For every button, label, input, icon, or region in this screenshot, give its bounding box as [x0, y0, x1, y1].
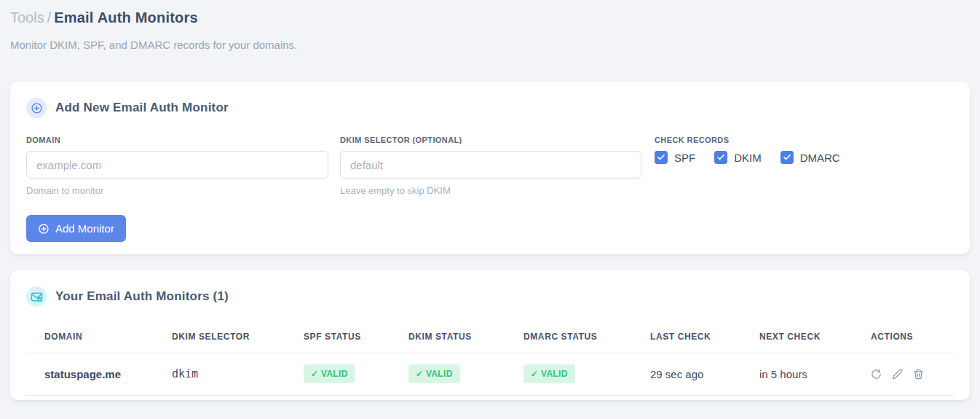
add-monitor-button-label: Add Monitor	[55, 222, 114, 235]
table-row: statuspage.me dkim ✓ VALID ✓ VALID ✓ VAL…	[26, 353, 954, 396]
monitor-last-check: 29 sec ago	[632, 353, 741, 396]
page-subtitle: Monitor DKIM, SPF, and DMARC records for…	[10, 39, 970, 51]
page-title: Email Auth Monitors	[54, 9, 198, 26]
monitor-next-check: in 5 hours	[741, 353, 853, 396]
add-monitor-card-header: Add New Email Auth Monitor	[26, 98, 954, 118]
monitors-list-card-header: Your Email Auth Monitors (1)	[26, 286, 954, 307]
dkim-selector-field-hint: Leave empty to skip DKIM	[340, 185, 641, 196]
monitor-domain: statuspage.me	[26, 353, 154, 396]
trash-icon	[913, 369, 924, 380]
add-monitor-form: DOMAIN Domain to monitor DKIM SELECTOR (…	[26, 136, 954, 196]
add-monitor-button[interactable]: Add Monitor	[26, 215, 126, 242]
spf-checkbox[interactable]: SPF	[655, 151, 695, 164]
check-records-options: SPF DKIM DMARC	[655, 151, 954, 164]
table-header-row: DOMAIN DKIM SELECTOR SPF STATUS DKIM STA…	[26, 321, 954, 353]
column-header-last-check: LAST CHECK	[632, 321, 741, 353]
spf-checkbox-check-icon	[655, 151, 668, 164]
column-header-spf-status: SPF STATUS	[285, 321, 390, 353]
email-check-icon	[26, 286, 47, 307]
dkim-checkbox-label: DKIM	[734, 152, 762, 164]
column-header-dkim-status: DKIM STATUS	[390, 321, 505, 353]
check-records-label: CHECK RECORDS	[655, 136, 954, 144]
check-records-group: CHECK RECORDS SPF DKIM	[655, 136, 954, 196]
refresh-icon	[871, 369, 882, 380]
domain-field-hint: Domain to monitor	[26, 185, 328, 196]
monitors-list-card: Your Email Auth Monitors (1) DOMAIN DKIM…	[10, 270, 970, 400]
dkim-selector-input[interactable]	[340, 151, 641, 179]
dkim-status-badge: ✓ VALID	[408, 364, 460, 383]
domain-input[interactable]	[26, 151, 328, 179]
add-monitor-card: Add New Email Auth Monitor DOMAIN Domain…	[10, 82, 970, 254]
column-header-dkim-selector: DKIM SELECTOR	[154, 321, 285, 353]
dkim-checkbox[interactable]: DKIM	[714, 151, 762, 164]
email-auth-monitors-page: Tools/Email Auth Monitors Monitor DKIM, …	[0, 0, 980, 400]
row-actions	[871, 369, 954, 380]
edit-button[interactable]	[892, 369, 903, 380]
monitor-dkim-selector: dkim	[154, 353, 285, 396]
monitors-table: DOMAIN DKIM SELECTOR SPF STATUS DKIM STA…	[26, 321, 954, 396]
column-header-domain: DOMAIN	[26, 321, 154, 353]
breadcrumb-separator: /	[44, 9, 55, 26]
dmarc-status-badge: ✓ VALID	[523, 364, 575, 383]
spf-status-badge: ✓ VALID	[304, 364, 355, 383]
column-header-dmarc-status: DMARC STATUS	[505, 321, 632, 353]
dkim-checkbox-check-icon	[714, 151, 727, 164]
refresh-button[interactable]	[871, 369, 882, 380]
column-header-actions: ACTIONS	[853, 321, 954, 353]
domain-field-label: DOMAIN	[26, 136, 328, 144]
dmarc-checkbox-check-icon	[781, 151, 794, 164]
dmarc-checkbox-label: DMARC	[800, 152, 840, 164]
dmarc-checkbox[interactable]: DMARC	[781, 151, 840, 164]
dkim-selector-field-label: DKIM SELECTOR (OPTIONAL)	[340, 136, 641, 144]
pencil-icon	[892, 369, 903, 380]
add-monitor-card-title: Add New Email Auth Monitor	[55, 101, 229, 115]
column-header-next-check: NEXT CHECK	[741, 321, 853, 353]
breadcrumb-tools-link[interactable]: Tools	[10, 9, 44, 26]
dkim-selector-field-group: DKIM SELECTOR (OPTIONAL) Leave empty to …	[340, 136, 641, 196]
plus-circle-icon	[26, 98, 47, 118]
domain-field-group: DOMAIN Domain to monitor	[26, 136, 328, 196]
delete-button[interactable]	[913, 369, 924, 380]
breadcrumb: Tools/Email Auth Monitors	[10, 9, 970, 26]
spf-checkbox-label: SPF	[674, 152, 695, 164]
plus-circle-icon	[38, 223, 50, 235]
monitors-list-card-title: Your Email Auth Monitors (1)	[55, 289, 229, 304]
